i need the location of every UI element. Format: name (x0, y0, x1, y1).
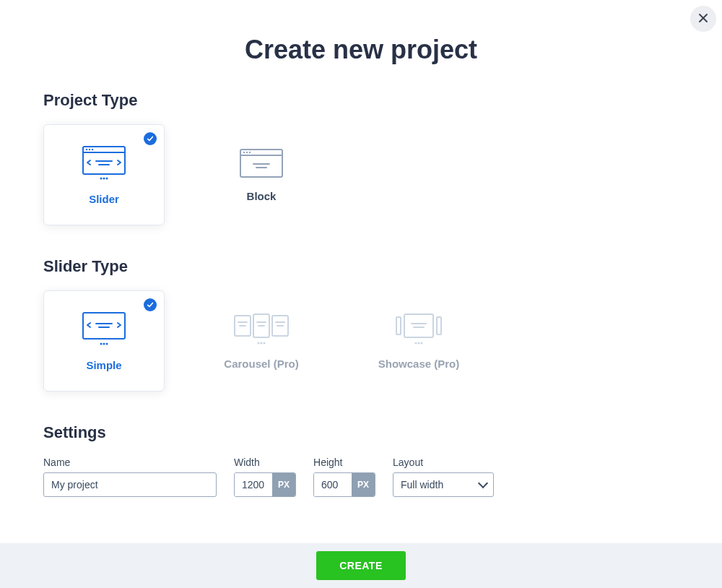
width-field-group: Width PX (234, 457, 296, 497)
slider-icon (82, 145, 126, 181)
slider-type-option-showcase[interactable]: Showcase (Pro) (358, 290, 479, 392)
width-input[interactable] (235, 473, 272, 496)
width-input-group: PX (234, 472, 296, 497)
modal-title: Create new project (0, 35, 722, 65)
slider-type-label: Showcase (Pro) (378, 358, 460, 370)
close-button[interactable] (690, 6, 716, 32)
svg-point-36 (264, 342, 266, 344)
svg-point-24 (106, 342, 108, 345)
name-input[interactable] (43, 472, 217, 497)
carousel-icon (233, 313, 290, 346)
height-input-group: PX (313, 472, 375, 497)
slider-type-option-carousel[interactable]: Carousel (Pro) (201, 290, 322, 392)
height-input[interactable] (314, 473, 352, 496)
layout-field-group: Layout Full width (393, 457, 494, 497)
layout-select[interactable]: Full width (393, 472, 494, 497)
svg-point-22 (100, 342, 103, 345)
svg-point-16 (249, 151, 251, 152)
slider-type-label: Carousel (Pro) (224, 358, 298, 370)
close-icon (698, 12, 708, 27)
svg-point-34 (258, 342, 260, 344)
name-label: Name (43, 457, 217, 468)
slider-type-option-simple[interactable]: Simple (43, 290, 165, 392)
svg-rect-39 (404, 314, 433, 337)
svg-point-35 (261, 342, 263, 344)
svg-rect-38 (437, 317, 441, 334)
slider-type-label: Simple (86, 359, 121, 371)
showcase-icon (393, 313, 444, 346)
slider-type-heading: Slider Type (43, 257, 679, 276)
project-type-label: Slider (89, 193, 119, 205)
layout-select-wrap: Full width (393, 472, 494, 497)
height-unit-toggle[interactable]: PX (352, 473, 375, 496)
slider-type-options: Simple Carousel (Pro) (43, 290, 679, 392)
svg-point-5 (89, 148, 90, 150)
modal-footer: CREATE (0, 543, 722, 588)
svg-point-10 (103, 177, 105, 179)
project-type-label: Block (247, 190, 277, 202)
project-type-option-slider[interactable]: Slider (43, 124, 165, 225)
project-type-heading: Project Type (43, 91, 679, 110)
check-icon (144, 132, 157, 145)
svg-point-42 (415, 342, 417, 344)
check-icon (144, 298, 157, 311)
svg-point-14 (243, 151, 245, 152)
settings-fields: Name Width PX Height PX Layout Full widt… (43, 457, 679, 497)
svg-point-43 (418, 342, 420, 344)
width-unit-toggle[interactable]: PX (272, 473, 295, 496)
create-button[interactable]: CREATE (316, 551, 406, 580)
height-label: Height (313, 457, 375, 468)
project-type-option-block[interactable]: Block (201, 124, 322, 225)
svg-point-11 (106, 177, 108, 179)
block-icon (239, 148, 284, 178)
svg-point-15 (246, 151, 248, 152)
svg-point-9 (100, 177, 103, 179)
simple-slider-icon (82, 311, 126, 347)
svg-point-23 (103, 342, 105, 345)
layout-label: Layout (393, 457, 494, 468)
height-field-group: Height PX (313, 457, 375, 497)
svg-point-4 (86, 148, 87, 150)
settings-heading: Settings (43, 423, 679, 442)
svg-point-44 (421, 342, 423, 344)
svg-point-6 (92, 148, 93, 150)
svg-rect-37 (396, 317, 401, 334)
project-type-options: Slider Block (43, 124, 679, 225)
name-field-group: Name (43, 457, 217, 497)
width-label: Width (234, 457, 296, 468)
